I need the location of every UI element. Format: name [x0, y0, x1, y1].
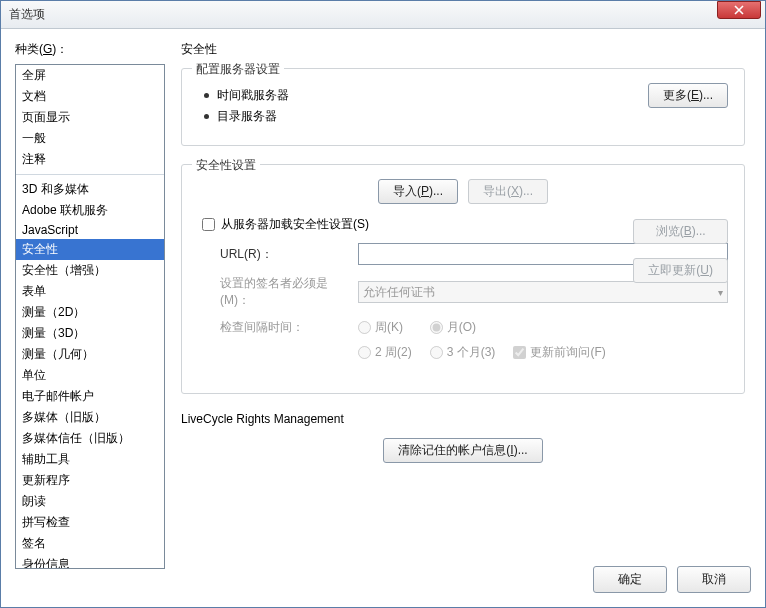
radio-month: 月(O) — [430, 319, 496, 336]
settings-panel: 安全性 配置服务器设置 时间戳服务器 目录服务器 更多(E)... 安 — [175, 41, 751, 552]
category-item[interactable]: 安全性（增强） — [16, 260, 164, 281]
category-item[interactable]: 拼写检查 — [16, 512, 164, 533]
category-list[interactable]: 全屏文档页面显示一般注释3D 和多媒体Adobe 联机服务JavaScript安… — [15, 64, 165, 569]
category-label: 种类(G)： — [15, 41, 165, 58]
radio-two-week: 2 周(2) — [358, 344, 412, 361]
category-item[interactable]: 3D 和多媒体 — [16, 179, 164, 200]
category-item[interactable]: 多媒体信任（旧版） — [16, 428, 164, 449]
livecycle-title: LiveCycle Rights Management — [181, 412, 745, 426]
close-button[interactable] — [717, 1, 761, 19]
side-buttons: 浏览(B)... 立即更新(U) — [633, 219, 728, 283]
security-settings-group: 安全性设置 导入(P)... 导出(X)... 从服务器加载安全性设置(S) — [181, 164, 745, 394]
category-item[interactable]: 测量（3D） — [16, 323, 164, 344]
category-item[interactable]: 表单 — [16, 281, 164, 302]
load-from-server-label: 从服务器加载安全性设置(S) — [221, 216, 369, 233]
panel-title: 安全性 — [181, 41, 745, 58]
clear-account-button[interactable]: 清除记住的帐户信息(I)... — [383, 438, 542, 463]
load-from-server-checkbox[interactable] — [202, 218, 215, 231]
server-list: 时间戳服务器 目录服务器 — [198, 83, 648, 129]
livecycle-row: 清除记住的帐户信息(I)... — [181, 438, 745, 463]
more-button[interactable]: 更多(E)... — [648, 83, 728, 108]
server-item-directory: 目录服务器 — [204, 108, 648, 125]
category-separator — [16, 174, 164, 175]
url-label: URL(R)： — [220, 246, 350, 263]
titlebar: 首选项 — [1, 1, 765, 29]
server-config-legend: 配置服务器设置 — [192, 61, 284, 78]
category-item[interactable]: Adobe 联机服务 — [16, 200, 164, 221]
category-item[interactable]: 一般 — [16, 128, 164, 149]
radio-week: 周(K) — [358, 319, 412, 336]
server-item-timestamp: 时间戳服务器 — [204, 87, 648, 104]
category-item[interactable]: JavaScript — [16, 221, 164, 239]
category-item[interactable]: 全屏 — [16, 65, 164, 86]
category-item[interactable]: 单位 — [16, 365, 164, 386]
interval-options: 周(K) 月(O) 2 周(2) 3 个月(3) 更新前询问(F) — [358, 319, 606, 361]
category-item[interactable]: 页面显示 — [16, 107, 164, 128]
signer-select: 允许任何证书 ▾ — [358, 281, 728, 303]
close-icon — [734, 5, 744, 15]
category-item[interactable]: 多媒体（旧版） — [16, 407, 164, 428]
category-item[interactable]: 注释 — [16, 149, 164, 170]
interval-label: 检查间隔时间： — [220, 319, 350, 336]
import-export-row: 导入(P)... 导出(X)... — [198, 179, 728, 204]
category-item[interactable]: 朗读 — [16, 491, 164, 512]
category-item[interactable]: 辅助工具 — [16, 449, 164, 470]
import-button[interactable]: 导入(P)... — [378, 179, 458, 204]
chevron-down-icon: ▾ — [718, 287, 723, 298]
server-config-group: 配置服务器设置 时间戳服务器 目录服务器 更多(E)... — [181, 68, 745, 146]
window-title: 首选项 — [9, 6, 717, 23]
category-item[interactable]: 测量（几何） — [16, 344, 164, 365]
interval-row: 检查间隔时间： 周(K) 月(O) 2 周(2) 3 个月(3) 更新前询问(F… — [220, 319, 728, 361]
main-area: 种类(G)： 全屏文档页面显示一般注释3D 和多媒体Adobe 联机服务Java… — [15, 41, 751, 552]
security-settings-legend: 安全性设置 — [192, 157, 260, 174]
ok-button[interactable]: 确定 — [593, 566, 667, 593]
category-column: 种类(G)： 全屏文档页面显示一般注释3D 和多媒体Adobe 联机服务Java… — [15, 41, 165, 552]
category-item[interactable]: 文档 — [16, 86, 164, 107]
category-item[interactable]: 安全性 — [16, 239, 164, 260]
cancel-button[interactable]: 取消 — [677, 566, 751, 593]
category-item[interactable]: 更新程序 — [16, 470, 164, 491]
dialog-body: 种类(G)： 全屏文档页面显示一般注释3D 和多媒体Adobe 联机服务Java… — [1, 29, 765, 607]
signer-label: 设置的签名者必须是(M)： — [220, 275, 350, 309]
category-item[interactable]: 测量（2D） — [16, 302, 164, 323]
dialog-footer: 确定 取消 — [15, 552, 751, 593]
browse-button: 浏览(B)... — [633, 219, 728, 244]
export-button: 导出(X)... — [468, 179, 548, 204]
preferences-window: 首选项 种类(G)： 全屏文档页面显示一般注释3D 和多媒体Adobe 联机服务… — [0, 0, 766, 608]
radio-three-month: 3 个月(3) — [430, 344, 496, 361]
update-now-button: 立即更新(U) — [633, 258, 728, 283]
category-item[interactable]: 签名 — [16, 533, 164, 554]
category-item[interactable]: 电子邮件帐户 — [16, 386, 164, 407]
ask-before-update: 更新前询问(F) — [513, 344, 605, 361]
